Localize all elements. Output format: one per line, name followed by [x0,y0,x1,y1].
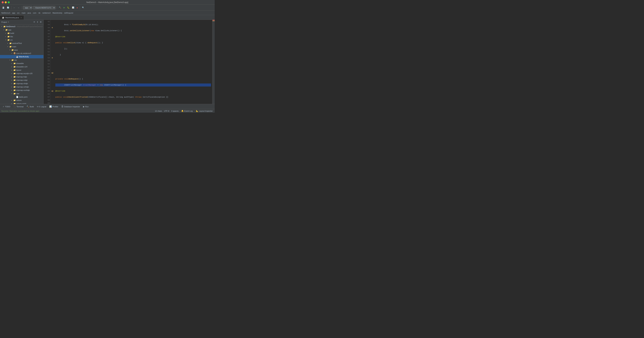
close-button[interactable] [2,1,4,3]
debug-button[interactable]: 🐛 [66,6,70,9]
editor-area: 4243444546 4748495051 5253545556 5758596… [44,20,215,104]
forward-button[interactable]: → [17,6,20,9]
breadcrumb-java[interactable]: java [28,12,31,14]
status-message: Success: Operation succeeded (a minute a… [1,110,39,112]
make-button[interactable]: 🔨 [58,6,62,9]
tree-item-java[interactable]: ▾ 📁 java [0,48,44,52]
code-editor[interactable]: 4243444546 4748495051 5253545556 5758596… [44,20,215,104]
breadcrumb-nb[interactable]: nb [38,12,40,14]
sidebar-dropdown-icon[interactable]: ▾ [8,21,9,23]
tree-item-drawable-v24[interactable]: ▸ 📁 drawable-v24 [0,65,44,68]
tree-item-libs[interactable]: ▸ 📁 libs [0,35,44,38]
sidebar-collapse-btn[interactable]: ⇕ [36,21,39,23]
event-log-label: Event Log [184,110,193,112]
layout-inspector-icon: 📐 [196,110,198,112]
back-button[interactable]: ← [12,6,16,9]
build-icon: 🔨 [26,106,29,108]
project-sidebar: Project ▾ ⟳ ⇕ ⚙ ▾ 📁 NetDemo3 ~/AndroidSt… [0,20,44,104]
tree-item-baidu-pem[interactable]: 📄 baidu.pem [0,95,44,98]
tree-item-drawable[interactable]: ▸ 📁 drawable [0,62,44,65]
sync-button[interactable]: 🔄 [6,6,10,9]
breadcrumb-mainactivity[interactable]: MainActivity [52,12,62,14]
tree-item-values-night[interactable]: ▸ 📁 values-night [0,102,44,104]
terminal-button[interactable]: ⬛ Terminal [12,105,25,108]
logcat-label: 6: Logcat [39,106,46,108]
breadcrumb-main[interactable]: main [22,12,26,14]
sidebar-settings-btn[interactable]: ⚙ [40,21,42,23]
stop-button[interactable]: ■ [76,6,79,9]
sidebar-sync-btn[interactable]: ⟳ [33,21,36,23]
device-selector[interactable]: Xiaomi M2007J17C [33,6,56,10]
gutter: ⚙ ⚙ ⚙@ ⚙@ [51,20,54,104]
tree-item-mipmap-mdpi[interactable]: ▸ 📁 mipmap-mdpi [0,78,44,82]
build-button[interactable]: 🔨 Build [25,105,35,108]
tree-item-mipmap-xxhdpi[interactable]: ▸ 📁 mipmap-xxhdpi [0,85,44,88]
sidebar-toolbar: ⟳ ⇕ ⚙ [33,21,42,23]
layout-inspector-label: Layout Inspector [199,110,213,112]
breadcrumb-dorequest[interactable]: doRequest [64,12,73,14]
breadcrumb-com[interactable]: com [33,12,36,14]
breadcrumb-netdemo3-pkg[interactable]: netdemo3 [42,12,50,14]
toolbar-separator-1 [11,6,12,10]
tree-item-mipmap-xxxhdpi[interactable]: ▸ 📁 mipmap-xxxhdpi [0,88,44,92]
search-button[interactable]: 🔍 [81,6,85,9]
window-controls[interactable] [2,1,10,3]
terminal-icon: ⬛ [14,106,16,108]
tab-label: MainActivity.java [5,16,19,18]
terminal-label: Terminal [16,106,24,108]
tree-item-src[interactable]: ▾ 📁 src [0,38,44,42]
tree-item-mipmap-hdpi[interactable]: ▸ 📁 mipmap-hdpi [0,75,44,78]
run-label: Run [85,106,88,108]
run-icon: ▶ [83,106,84,108]
tab-close-icon[interactable]: × [21,16,22,18]
breadcrumb-app[interactable]: app [12,12,15,14]
tree-item-layout[interactable]: ▸ 📁 layout [0,68,44,72]
tab-mainactivity[interactable]: ☕ MainActivity.java × [0,15,24,20]
breadcrumb-netdemo3[interactable]: NetDemo3 [1,12,10,14]
tree-item-raw[interactable]: ▾ 📁 raw [0,92,44,95]
tree-item-netdemo3[interactable]: ▾ 📁 NetDemo3 ~/AndroidStudioProjects/Net… [0,25,44,28]
sidebar-header: Project ▾ ⟳ ⇕ ⚙ [0,20,44,24]
todo-icon: ✓ [3,106,4,108]
todo-label: TODO [5,106,10,108]
profiler-label: Profiler [52,106,58,108]
tab-icon: ☕ [2,16,4,18]
tree-item-mipmap-xhdpi[interactable]: ▸ 📁 mipmap-xhdpi [0,82,44,85]
run-bottom-button[interactable]: ▶ Run [82,105,90,108]
tree-item-mainactivity[interactable]: ☕ MainActivity [0,55,44,58]
maximize-button[interactable] [8,1,10,3]
tree-item-mipmap-anydpi[interactable]: ▸ 📁 mipmap-anydpi-v26 [0,72,44,75]
database-inspector-button[interactable]: 🗄 Database Inspector [60,105,81,108]
line-numbers: 4243444546 4748495051 5253545556 5758596… [44,20,51,104]
run-config-selector[interactable]: app [23,6,32,10]
save-button[interactable]: 💾 [1,6,5,9]
profile-button[interactable]: 📊 [71,6,75,9]
minimize-button[interactable] [5,1,7,3]
database-icon: 🗄 [62,106,64,108]
tree-item-main[interactable]: ▾ 📁 main [0,45,44,48]
todo-button[interactable]: ✓ TODO [1,105,12,108]
breadcrumb-bar: NetDemo3 › app › src › main › java › com… [0,11,215,15]
tree-item-androidtest[interactable]: ▸ 📁 androidTest [0,42,44,45]
toolbar-separator-4 [80,6,80,10]
sidebar-title: Project [1,21,7,23]
run-button[interactable]: ▶ [63,6,66,9]
tree-item-package[interactable]: ▾ 📦 com.nb.netdemo3 [0,52,44,55]
layout-inspector-button[interactable]: 📐 Layout Inspector [196,110,213,112]
tree-item-res[interactable]: ▾ 📁 res [0,58,44,62]
logcat-button[interactable]: ≡ 6: Logcat [36,105,48,108]
tree-item-build[interactable]: ▸ 📁 build [0,32,44,35]
main-toolbar: 💾 🔄 ← → app Xiaomi M2007J17C 🔨 ▶ 🐛 📊 ■ 🔍 [0,5,215,11]
code-content[interactable]: btn1 = findVIewById(R.id.btn1); btn1.set… [54,20,212,104]
indent-info: 4 spaces [171,110,178,112]
status-bar: Success: Operation succeeded (a minute a… [0,109,215,113]
tree-item-app[interactable]: ▾ 📁 app [0,28,44,32]
profiler-button[interactable]: 📊 Profiler [48,105,60,108]
logcat-icon: ≡ [37,106,38,108]
right-gutter-strip [212,20,215,104]
breadcrumb-src[interactable]: src [17,12,20,14]
tree-item-values[interactable]: ▸ 📁 values [0,98,44,102]
encoding-info: UTF-8 [164,110,169,112]
build-label: Build [30,106,34,108]
event-log-button[interactable]: 🔔 Event Log [180,110,193,112]
